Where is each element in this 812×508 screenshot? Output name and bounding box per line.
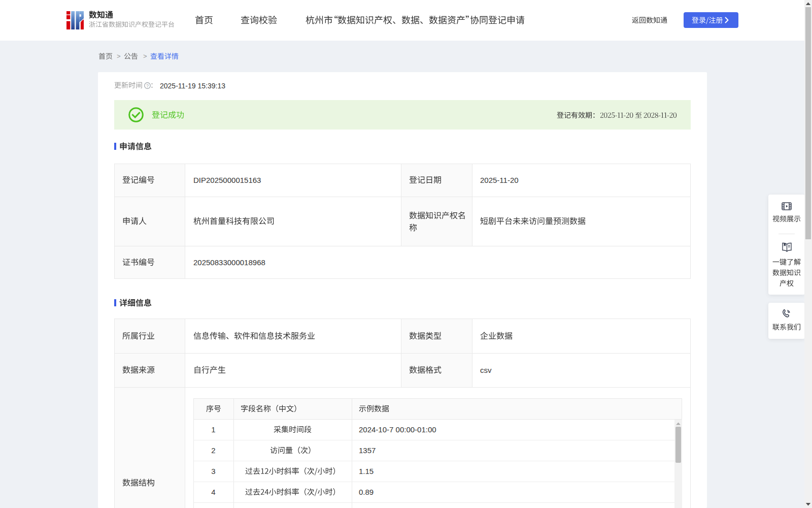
- svg-text:?: ?: [146, 83, 149, 88]
